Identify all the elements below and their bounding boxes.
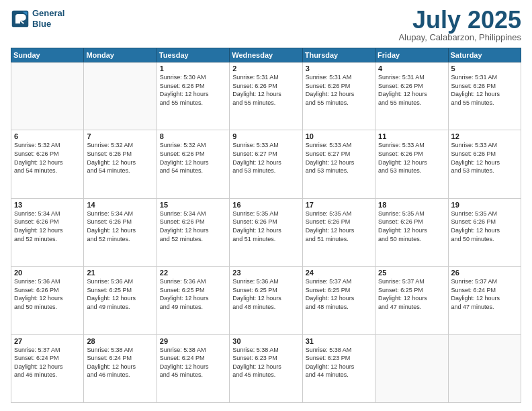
day-info: Sunrise: 5:38 AMSunset: 6:24 PMDaylight:… (160, 346, 226, 379)
calendar-cell: 10Sunrise: 5:33 AMSunset: 6:27 PMDayligh… (302, 130, 375, 198)
calendar-cell: 20Sunrise: 5:36 AMSunset: 6:26 PMDayligh… (11, 267, 84, 334)
calendar-cell: 29Sunrise: 5:38 AMSunset: 6:24 PMDayligh… (157, 334, 229, 402)
day-number: 20 (14, 269, 81, 277)
calendar-week-row: 20Sunrise: 5:36 AMSunset: 6:26 PMDayligh… (11, 267, 521, 334)
day-info: Sunrise: 5:34 AMSunset: 6:26 PMDaylight:… (87, 210, 153, 243)
weekday-header: Friday (375, 48, 448, 62)
day-number: 11 (378, 132, 445, 140)
calendar-cell: 22Sunrise: 5:36 AMSunset: 6:25 PMDayligh… (157, 267, 229, 334)
day-info: Sunrise: 5:33 AMSunset: 6:27 PMDaylight:… (306, 141, 372, 175)
month-year: July 2025 (398, 8, 521, 32)
calendar-cell: 5Sunrise: 5:31 AMSunset: 6:26 PMDaylight… (448, 62, 521, 130)
calendar-cell: 8Sunrise: 5:32 AMSunset: 6:26 PMDaylight… (157, 130, 229, 198)
calendar-cell: 2Sunrise: 5:31 AMSunset: 6:26 PMDaylight… (230, 62, 302, 130)
day-info: Sunrise: 5:31 AMSunset: 6:26 PMDaylight:… (451, 73, 518, 107)
day-number: 21 (87, 269, 153, 277)
location: Alupay, Calabarzon, Philippines (398, 32, 521, 42)
calendar-week-row: 6Sunrise: 5:32 AMSunset: 6:26 PMDaylight… (11, 130, 521, 198)
day-number: 18 (378, 201, 445, 209)
day-number: 2 (232, 64, 299, 73)
weekday-header: Saturday (448, 48, 521, 62)
calendar-cell: 24Sunrise: 5:37 AMSunset: 6:25 PMDayligh… (302, 267, 375, 334)
calendar-cell (375, 334, 448, 402)
title-block: July 2025 Alupay, Calabarzon, Philippine… (398, 8, 521, 42)
calendar-week-row: 1Sunrise: 5:30 AMSunset: 6:26 PMDaylight… (11, 62, 521, 130)
calendar-cell: 26Sunrise: 5:37 AMSunset: 6:24 PMDayligh… (448, 267, 521, 334)
day-info: Sunrise: 5:31 AMSunset: 6:26 PMDaylight:… (306, 73, 372, 107)
calendar-cell: 31Sunrise: 5:38 AMSunset: 6:23 PMDayligh… (302, 334, 375, 402)
day-number: 1 (160, 64, 226, 73)
calendar-cell: 25Sunrise: 5:37 AMSunset: 6:25 PMDayligh… (375, 267, 448, 334)
calendar-cell: 23Sunrise: 5:36 AMSunset: 6:25 PMDayligh… (230, 267, 302, 334)
day-info: Sunrise: 5:33 AMSunset: 6:26 PMDaylight:… (378, 141, 445, 175)
day-info: Sunrise: 5:33 AMSunset: 6:26 PMDaylight:… (451, 141, 518, 175)
calendar: SundayMondayTuesdayWednesdayThursdayFrid… (11, 48, 521, 403)
day-number: 13 (14, 201, 81, 209)
day-number: 27 (14, 337, 81, 345)
calendar-cell: 7Sunrise: 5:32 AMSunset: 6:26 PMDaylight… (84, 130, 157, 198)
calendar-cell: 15Sunrise: 5:34 AMSunset: 6:26 PMDayligh… (157, 198, 229, 266)
calendar-cell: 3Sunrise: 5:31 AMSunset: 6:26 PMDaylight… (302, 62, 375, 130)
day-number: 28 (87, 337, 153, 345)
day-number: 14 (87, 201, 153, 209)
day-number: 25 (378, 269, 445, 277)
day-info: Sunrise: 5:37 AMSunset: 6:24 PMDaylight:… (14, 346, 81, 379)
day-number: 24 (306, 269, 372, 277)
calendar-cell: 18Sunrise: 5:35 AMSunset: 6:26 PMDayligh… (375, 198, 448, 266)
logo-text: General Blue (32, 8, 64, 29)
day-info: Sunrise: 5:34 AMSunset: 6:26 PMDaylight:… (14, 210, 81, 243)
calendar-cell: 19Sunrise: 5:35 AMSunset: 6:26 PMDayligh… (448, 198, 521, 266)
calendar-cell: 4Sunrise: 5:31 AMSunset: 6:26 PMDaylight… (375, 62, 448, 130)
calendar-cell: 17Sunrise: 5:35 AMSunset: 6:26 PMDayligh… (302, 198, 375, 266)
weekday-header: Sunday (11, 48, 84, 62)
day-number: 19 (451, 201, 518, 209)
day-number: 10 (306, 132, 372, 140)
calendar-cell: 30Sunrise: 5:38 AMSunset: 6:23 PMDayligh… (230, 334, 302, 402)
calendar-cell: 6Sunrise: 5:32 AMSunset: 6:26 PMDaylight… (11, 130, 84, 198)
weekday-header: Wednesday (230, 48, 302, 62)
day-number: 4 (378, 64, 445, 73)
day-info: Sunrise: 5:36 AMSunset: 6:25 PMDaylight:… (87, 277, 153, 311)
calendar-cell (84, 62, 157, 130)
logo-icon (11, 9, 30, 28)
day-info: Sunrise: 5:36 AMSunset: 6:26 PMDaylight:… (14, 277, 81, 311)
day-number: 22 (160, 269, 226, 277)
day-number: 23 (232, 269, 299, 277)
calendar-cell: 11Sunrise: 5:33 AMSunset: 6:26 PMDayligh… (375, 130, 448, 198)
header: General Blue July 2025 Alupay, Calabarzo… (11, 8, 521, 42)
day-number: 29 (160, 337, 226, 345)
day-info: Sunrise: 5:35 AMSunset: 6:26 PMDaylight:… (378, 210, 445, 243)
calendar-cell: 27Sunrise: 5:37 AMSunset: 6:24 PMDayligh… (11, 334, 84, 402)
calendar-cell (11, 62, 84, 130)
calendar-cell: 1Sunrise: 5:30 AMSunset: 6:26 PMDaylight… (157, 62, 229, 130)
day-info: Sunrise: 5:36 AMSunset: 6:25 PMDaylight:… (160, 277, 226, 311)
day-number: 12 (451, 132, 518, 140)
day-info: Sunrise: 5:38 AMSunset: 6:23 PMDaylight:… (306, 346, 372, 379)
weekday-header: Tuesday (157, 48, 229, 62)
day-info: Sunrise: 5:31 AMSunset: 6:26 PMDaylight:… (232, 73, 299, 107)
calendar-cell (448, 334, 521, 402)
day-info: Sunrise: 5:37 AMSunset: 6:24 PMDaylight:… (451, 277, 518, 311)
calendar-cell: 21Sunrise: 5:36 AMSunset: 6:25 PMDayligh… (84, 267, 157, 334)
day-info: Sunrise: 5:32 AMSunset: 6:26 PMDaylight:… (14, 141, 81, 175)
logo: General Blue (11, 8, 64, 29)
day-info: Sunrise: 5:35 AMSunset: 6:26 PMDaylight:… (232, 210, 299, 243)
day-info: Sunrise: 5:38 AMSunset: 6:24 PMDaylight:… (87, 346, 153, 379)
calendar-cell: 9Sunrise: 5:33 AMSunset: 6:27 PMDaylight… (230, 130, 302, 198)
calendar-cell: 12Sunrise: 5:33 AMSunset: 6:26 PMDayligh… (448, 130, 521, 198)
day-info: Sunrise: 5:32 AMSunset: 6:26 PMDaylight:… (160, 141, 226, 175)
weekday-header-row: SundayMondayTuesdayWednesdayThursdayFrid… (11, 48, 521, 62)
day-number: 26 (451, 269, 518, 277)
calendar-cell: 16Sunrise: 5:35 AMSunset: 6:26 PMDayligh… (230, 198, 302, 266)
day-info: Sunrise: 5:32 AMSunset: 6:26 PMDaylight:… (87, 141, 153, 175)
day-number: 3 (306, 64, 372, 73)
calendar-cell: 28Sunrise: 5:38 AMSunset: 6:24 PMDayligh… (84, 334, 157, 402)
day-number: 30 (232, 337, 299, 345)
day-info: Sunrise: 5:36 AMSunset: 6:25 PMDaylight:… (232, 277, 299, 311)
day-number: 5 (451, 64, 518, 73)
day-info: Sunrise: 5:35 AMSunset: 6:26 PMDaylight:… (451, 210, 518, 243)
day-number: 15 (160, 201, 226, 209)
day-info: Sunrise: 5:35 AMSunset: 6:26 PMDaylight:… (306, 210, 372, 243)
day-number: 17 (306, 201, 372, 209)
calendar-cell: 14Sunrise: 5:34 AMSunset: 6:26 PMDayligh… (84, 198, 157, 266)
